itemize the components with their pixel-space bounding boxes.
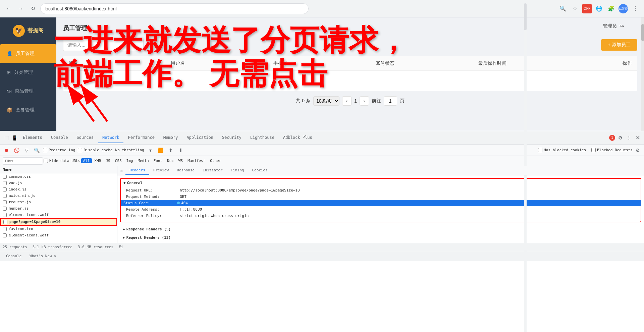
forward-button[interactable]: → [16,4,25,13]
detail-tab-timing[interactable]: Timing [227,166,248,175]
blocked-requests-checkbox[interactable]: Blocked Requests [591,148,633,152]
reload-button[interactable]: ↻ [28,4,38,13]
upload-icon[interactable]: ⬆ [167,147,174,154]
record-button[interactable]: ⏺ [3,147,10,154]
profile-button[interactable]: 已暂停 [619,4,628,13]
prev-page-button[interactable]: ‹ [342,96,352,106]
filter-css[interactable]: CSS [113,158,124,163]
detail-tab-initiator[interactable]: Initiator [199,166,227,175]
per-page-select[interactable]: 10条/页 [313,96,339,106]
detail-tab-preview[interactable]: Preview [149,166,173,175]
filter-other[interactable]: Other [208,158,223,163]
hide-data-urls-checkbox[interactable]: Hide data URLs [44,159,80,163]
detail-tab-cookies[interactable]: Cookies [248,166,272,175]
search-input[interactable] [63,39,144,51]
main-content: 管理员 ↪ 员工管理 + 添加员工 姓名 用户名 手机号 账号状态 [56,17,644,131]
logo-text: 菩提阁 [28,27,44,34]
sidebar-item-categories[interactable]: ⊞ 分类管理 [0,63,56,82]
request-headers-section[interactable]: ▶ Request Headers (13) [117,233,644,242]
filter-img[interactable]: Img [124,158,135,163]
tab-security[interactable]: Security [218,132,246,143]
bottom-tab-whatsnew[interactable]: What's New ✕ [26,253,59,260]
back-button[interactable]: ← [4,4,13,13]
filter-icon[interactable]: ▽ [23,147,30,154]
request-method-value: GET [180,195,186,199]
detail-close-button[interactable]: ✕ [120,166,123,175]
has-blocked-cookies-checkbox[interactable]: Has blocked cookies [538,148,586,152]
filter-media[interactable]: Media [136,158,151,163]
preserve-log-checkbox[interactable]: Preserve log [43,148,75,152]
search-icon[interactable]: 🔍 [558,4,568,13]
filter-ws[interactable]: WS [176,158,185,163]
logout-icon[interactable]: ↪ [620,23,624,29]
tab-elements[interactable]: Elements [19,132,46,143]
tab-memory[interactable]: Memory [159,132,182,143]
employee-table: 姓名 用户名 手机号 账号状态 最后操作时间 操作 [63,56,637,91]
col-header-action: 操作 [581,60,632,66]
sidebar-item-packages[interactable]: 📦 套餐管理 [0,101,56,119]
bottom-tab-console[interactable]: Console [3,253,25,260]
detail-tab-headers[interactable]: Headers [125,166,149,175]
devtools-inspect-icon[interactable]: ⬚ [3,134,10,142]
referrer-policy-row: Referrer Policy: strict-origin-when-cros… [126,213,635,219]
bookmark-icon[interactable]: ☆ [570,4,580,13]
selected-request-item[interactable]: page?page=1&pageSize=10 [0,218,117,226]
col-header-phone: 手机号 [273,60,376,66]
list-item[interactable]: favicon.ico [0,226,117,232]
tab-lighthouse[interactable]: Lighthouse [246,132,278,143]
list-item[interactable]: axios.min.js [0,192,117,199]
detail-tabs: ✕ Headers Preview Response Initiator Tim… [117,166,644,175]
tab-adblock[interactable]: Adblock Plus [279,132,316,143]
general-section-header[interactable]: ▼ General [121,179,641,187]
filter-js[interactable]: JS [104,158,112,163]
detail-tab-response[interactable]: Response [173,166,199,175]
filter-text-input[interactable] [3,157,43,165]
categories-label: 分类管理 [14,69,33,75]
extension-off-icon[interactable]: OFF [582,4,592,13]
download-icon[interactable]: ⬇ [177,147,184,154]
filter-xhr[interactable]: XHR [93,158,103,163]
extensions-icon[interactable]: 🧩 [606,4,616,13]
sidebar-item-employees[interactable]: 👤 员工管理 [0,44,56,63]
translate-icon[interactable]: 🌐 [594,4,604,13]
goto-label: 前往 [372,98,381,104]
filter-manifest[interactable]: Manifest [185,158,207,163]
address-bar[interactable]: localhost:8080/backend/index.html [40,3,309,14]
clear-button[interactable]: 🚫 [13,147,20,154]
list-item[interactable]: element-icons.woff [0,232,117,238]
list-item[interactable]: element-icons.woff [0,212,117,218]
throttling-dropdown[interactable]: ▾ [147,147,154,154]
wifi-icon[interactable]: 📶 [157,147,164,154]
more-icon[interactable]: ⋮ [631,4,640,13]
referrer-policy-label: Referrer Policy: [126,214,180,218]
employees-label: 员工管理 [16,51,35,57]
network-settings-icon[interactable]: ⚙ [634,147,641,154]
next-page-button[interactable]: › [360,96,369,106]
list-item[interactable]: common.css [0,173,117,180]
sidebar-item-dishes[interactable]: 🍽 菜品管理 [0,82,56,101]
tab-sources[interactable]: Sources [72,132,98,143]
error-badge: 1 [609,135,615,141]
filter-font[interactable]: Font [152,158,165,163]
tab-console[interactable]: Console [47,132,72,143]
devtools-settings-icon[interactable]: ⚙ [616,134,624,142]
response-headers-section[interactable]: ▶ Response Headers (5) [117,225,644,233]
app-container: 🦅 菩提阁 👤 员工管理 ⊞ 分类管理 🍽 菜品管理 📦 套餐管理 [0,17,644,131]
devtools-close-icon[interactable]: ✕ [634,134,641,142]
list-item[interactable]: member.js [0,205,117,212]
tab-performance[interactable]: Performance [124,132,159,143]
filter-all[interactable]: All [81,158,92,163]
devtools-filter-bar: ⏺ 🚫 ▽ 🔍 Preserve log Disable cache No th… [0,145,644,156]
page-goto-input[interactable] [384,96,397,106]
tab-application[interactable]: Application [182,132,217,143]
add-employee-button[interactable]: + 添加员工 [601,39,637,51]
search-network-icon[interactable]: 🔍 [33,147,40,154]
disable-cache-checkbox[interactable]: Disable cache [78,148,112,152]
list-item[interactable]: index.js [0,186,117,192]
devtools-device-icon[interactable]: 📱 [11,134,18,142]
list-item[interactable]: request.js [0,199,117,205]
list-item[interactable]: vue.js [0,180,117,186]
devtools-more-icon[interactable]: ⋮ [625,134,633,142]
tab-network[interactable]: Network [98,132,123,143]
filter-doc[interactable]: Doc [165,158,176,163]
